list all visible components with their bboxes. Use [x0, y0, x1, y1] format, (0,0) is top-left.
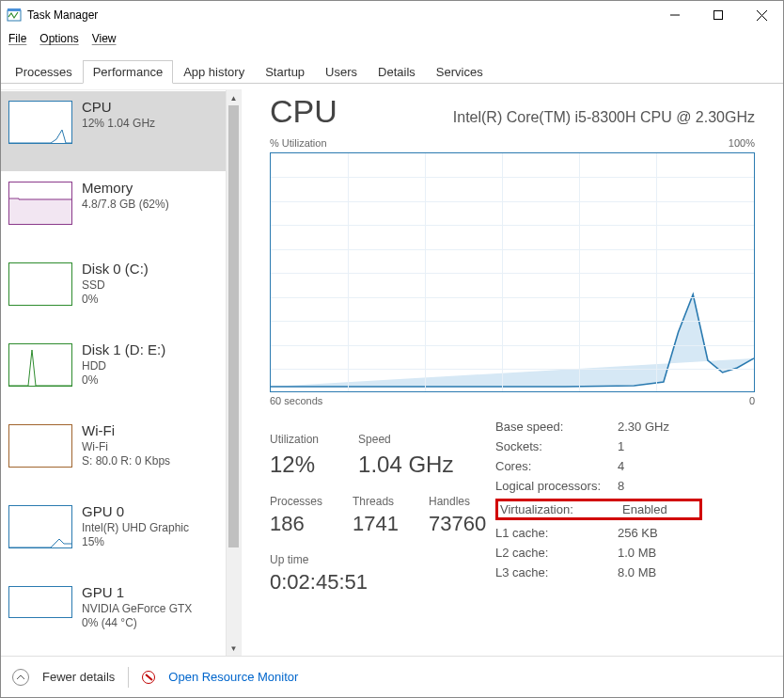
- resource-info: Wi-Fi Wi-Fi S: 80.0 R: 0 Kbps: [82, 420, 170, 489]
- resource-info: Disk 0 (C:) SSD 0%: [82, 259, 149, 327]
- detail-panel: CPU Intel(R) Core(TM) i5-8300H CPU @ 2.3…: [241, 89, 783, 656]
- stats-columns: Utilization 12% Speed 1.04 GHz Processes…: [270, 420, 755, 595]
- spec-value: Enabled: [622, 502, 707, 516]
- resource-item-cpu[interactable]: CPU 12% 1.04 GHz: [1, 90, 226, 171]
- spec-label: Cores:: [495, 459, 618, 473]
- resource-item-memory[interactable]: Memory 4.8/7.8 GB (62%): [1, 171, 226, 252]
- svg-rect-6: [9, 198, 71, 224]
- kpi-value: 73760: [429, 512, 486, 536]
- kpi-utilization: Utilization 12%: [270, 433, 319, 478]
- resource-name: Disk 0 (C:): [82, 261, 149, 277]
- kpi-label: Speed: [358, 433, 453, 446]
- resource-item-gpu1[interactable]: GPU 1 NVIDIA GeForce GTX 0% (44 °C): [1, 576, 226, 642]
- spec-value: 1: [618, 439, 702, 453]
- chart-label-right: 100%: [729, 137, 755, 149]
- resource-sub2: 15%: [82, 535, 189, 548]
- close-button[interactable]: [740, 1, 783, 29]
- kpi-value: 1.04 GHz: [358, 452, 453, 478]
- scroll-down-icon[interactable]: ▼: [227, 641, 241, 656]
- maximize-button[interactable]: [697, 1, 740, 29]
- content-body: CPU 12% 1.04 GHz Memory 4.8/7.8 GB (62%): [1, 84, 783, 656]
- fewer-details-link[interactable]: Fewer details: [42, 670, 115, 684]
- tab-processes[interactable]: Processes: [5, 60, 83, 84]
- resource-info: GPU 1 NVIDIA GeForce GTX 0% (44 °C): [82, 582, 192, 636]
- disk1-thumb-chart: [8, 343, 72, 387]
- spec-value: 8: [618, 479, 702, 493]
- tab-performance[interactable]: Performance: [83, 60, 173, 84]
- resource-sub2: S: 80.0 R: 0 Kbps: [82, 454, 170, 468]
- stats-left: Utilization 12% Speed 1.04 GHz Processes…: [270, 420, 495, 595]
- resource-sub: 12% 1.04 GHz: [82, 117, 155, 130]
- resource-sub2: 0%: [82, 293, 149, 306]
- resource-item-gpu0[interactable]: GPU 0 Intel(R) UHD Graphic 15%: [1, 495, 226, 576]
- spec-label: Logical processors:: [495, 479, 618, 493]
- kpi-label: Processes: [270, 495, 322, 508]
- kpi-label: Handles: [429, 495, 486, 508]
- resource-list: CPU 12% 1.04 GHz Memory 4.8/7.8 GB (62%): [1, 90, 241, 642]
- menu-options[interactable]: Options: [39, 32, 78, 45]
- chart-bottom-labels: 60 seconds 0: [270, 395, 755, 406]
- chevron-up-icon[interactable]: [12, 669, 29, 686]
- spec-label: L1 cache:: [495, 526, 618, 540]
- spec-value: 2.30 GHz: [618, 420, 702, 434]
- resource-item-disk0[interactable]: Disk 0 (C:) SSD 0%: [1, 252, 226, 333]
- separator: [128, 667, 129, 688]
- resource-info: CPU 12% 1.04 GHz: [82, 97, 155, 166]
- resource-sub: 4.8/7.8 GB (62%): [82, 198, 169, 211]
- resource-sidebar: CPU 12% 1.04 GHz Memory 4.8/7.8 GB (62%): [1, 89, 241, 656]
- utilization-chart[interactable]: [270, 152, 755, 392]
- menu-view[interactable]: View: [92, 32, 117, 45]
- spec-label: Sockets:: [495, 439, 618, 453]
- detail-heading: CPU Intel(R) Core(TM) i5-8300H CPU @ 2.3…: [270, 93, 755, 137]
- scroll-thumb[interactable]: [228, 105, 239, 547]
- maximize-icon: [713, 10, 723, 20]
- spec-label: L3 cache:: [495, 565, 618, 579]
- spec-value: 4: [618, 459, 702, 473]
- spec-label: L2 cache:: [495, 546, 618, 560]
- sidebar-scrollbar[interactable]: ▲ ▼: [226, 90, 241, 656]
- menu-file[interactable]: File: [8, 32, 26, 45]
- resource-item-wifi[interactable]: Wi-Fi Wi-Fi S: 80.0 R: 0 Kbps: [1, 414, 226, 495]
- resource-sub: SSD: [82, 278, 149, 292]
- tab-details[interactable]: Details: [368, 60, 426, 84]
- title-bar: Task Manager: [1, 1, 783, 29]
- resource-info: GPU 0 Intel(R) UHD Graphic 15%: [82, 501, 189, 570]
- uptime-label: Up time: [270, 553, 495, 566]
- resource-sub2: 0% (44 °C): [82, 616, 192, 629]
- menu-bar: File Options View: [1, 29, 783, 48]
- kpi-value: 1741: [353, 512, 399, 536]
- chart-label-left: % Utilization: [270, 137, 327, 149]
- tab-startup[interactable]: Startup: [255, 60, 315, 84]
- gpu0-thumb-chart: [8, 505, 72, 548]
- app-icon: [7, 8, 22, 23]
- kpi-speed: Speed 1.04 GHz: [358, 433, 453, 478]
- kpi-handles: Handles 73760: [429, 495, 486, 536]
- minimize-button[interactable]: [653, 1, 697, 29]
- open-resource-monitor-link[interactable]: Open Resource Monitor: [168, 670, 298, 684]
- chart-bl-right: 0: [749, 395, 755, 406]
- kpi-threads: Threads 1741: [353, 495, 399, 536]
- close-icon: [757, 10, 767, 21]
- cpu-model: Intel(R) Core(TM) i5-8300H CPU @ 2.30GHz: [453, 109, 755, 126]
- kpi-label: Threads: [353, 495, 399, 508]
- resource-name: Disk 1 (D: E:): [82, 341, 165, 357]
- resource-item-disk1[interactable]: Disk 1 (D: E:) HDD 0%: [1, 333, 226, 414]
- svg-rect-1: [8, 8, 21, 11]
- kpi-value: 12%: [270, 452, 319, 478]
- gpu1-thumb-chart: [8, 586, 72, 618]
- resource-monitor-icon: [142, 671, 155, 684]
- scroll-up-icon[interactable]: ▲: [227, 90, 241, 105]
- tab-app-history[interactable]: App history: [173, 60, 255, 84]
- resource-name: GPU 1: [82, 584, 192, 600]
- tab-users[interactable]: Users: [315, 60, 368, 84]
- spec-value: 1.0 MB: [618, 546, 702, 560]
- svg-rect-3: [714, 11, 723, 20]
- window-title: Task Manager: [27, 8, 98, 22]
- resource-name: CPU: [82, 99, 155, 115]
- task-manager-window: Task Manager File Options View Processes…: [0, 0, 784, 698]
- kpi-processes: Processes 186: [270, 495, 322, 536]
- tab-services[interactable]: Services: [426, 60, 494, 84]
- resource-sub2: 0%: [82, 373, 165, 387]
- spec-value: 256 KB: [618, 526, 702, 540]
- resource-info: Disk 1 (D: E:) HDD 0%: [82, 340, 165, 408]
